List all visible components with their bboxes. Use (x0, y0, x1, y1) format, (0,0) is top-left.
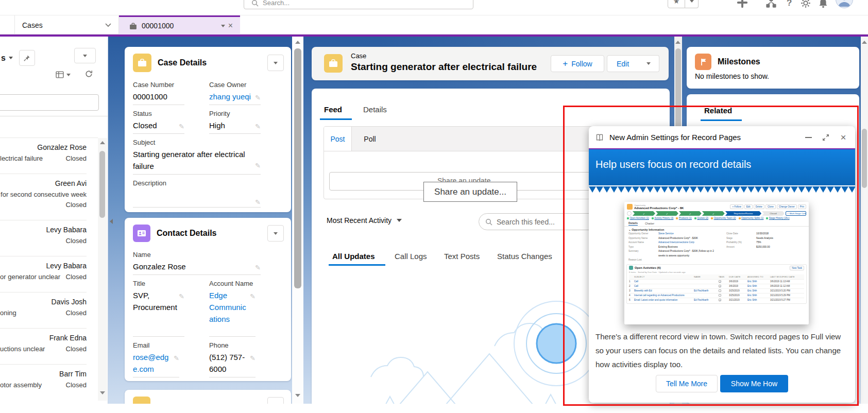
tab-poll[interactable]: Poll (352, 127, 388, 151)
edit-icon[interactable]: ✎ (255, 262, 261, 273)
add-button[interactable] (737, 0, 748, 8)
tab-close-icon[interactable]: × (228, 21, 233, 30)
edit-dropdown-button[interactable] (638, 55, 659, 72)
edit-icon[interactable]: ✎ (179, 121, 184, 132)
tell-me-more-button[interactable]: Tell Me More (656, 375, 718, 392)
list-item[interactable]: Levy Babara or generator unclearClosed (0, 256, 87, 292)
user-avatar[interactable] (836, 0, 853, 8)
tab-post[interactable]: Post (324, 127, 352, 151)
list-item[interactable]: Gonzalez Rose lectrical failureClosed (0, 138, 87, 174)
panel-collapse-arrow[interactable] (110, 219, 113, 224)
case-icon (133, 54, 151, 72)
tab-bar: Cases 00001000 × (0, 15, 868, 35)
global-search-input[interactable]: Search... (244, 0, 473, 9)
list-scrollbar[interactable] (98, 138, 107, 401)
salesforce-case-page: Search... ★ ? Cases (0, 0, 868, 413)
feed-sort-button[interactable]: Most Recent Activity (327, 216, 402, 225)
settings-button[interactable] (801, 0, 811, 8)
scroll-down-icon[interactable] (100, 391, 105, 394)
show-me-how-button[interactable]: Show Me How (720, 375, 788, 392)
list-item[interactable]: Frank Edna uctions unclearClosed (0, 329, 87, 365)
filter-status-changes[interactable]: Status Changes (497, 252, 552, 261)
minimize-button[interactable] (803, 132, 814, 143)
minimize-icon (805, 137, 812, 138)
card-menu-button[interactable] (267, 225, 284, 242)
admin-settings-popup: New Admin Settings for Record Pages × He… (589, 126, 855, 403)
case-list-panel: s Gonzalez Rose lectrical failureCl (0, 37, 108, 404)
edit-icon[interactable]: ✎ (250, 352, 256, 364)
popup-banner: Help users focus on record details (589, 149, 855, 185)
field-subject: Subject Starting generator after electri… (133, 134, 261, 175)
tab-related[interactable]: Related (704, 106, 732, 115)
edit-icon[interactable]: ✎ (250, 290, 256, 302)
edit-icon[interactable]: ✎ (174, 352, 179, 364)
mini-tabs: Details Chatter (624, 220, 809, 227)
active-tab-underline (701, 119, 742, 121)
help-button[interactable]: ? (787, 0, 792, 8)
filter-all-updates[interactable]: All Updates (332, 252, 375, 261)
tab-chevron-icon[interactable] (221, 25, 225, 27)
refresh-button[interactable] (84, 70, 93, 80)
popup-buttons: Tell Me More Show Me How (589, 375, 855, 392)
scrollbar-thumb[interactable] (99, 151, 105, 218)
bottom-band (0, 404, 868, 413)
follow-button[interactable]: + Follow (551, 55, 604, 72)
edit-icon[interactable]: ✎ (255, 196, 261, 208)
window-scrollbar[interactable] (861, 37, 868, 404)
display-toggle-button[interactable] (56, 71, 71, 79)
item-subject: for second consecutive week (1, 190, 87, 200)
list-search-input[interactable] (0, 94, 99, 111)
next-card-partial (125, 390, 291, 404)
table-icon (56, 71, 64, 79)
tab-case-00001000[interactable]: 00001000 × (119, 15, 240, 35)
scroll-down-icon[interactable] (295, 394, 300, 397)
field-account: Account Name Edge Communications✎ (209, 275, 261, 337)
item-name: Levy Babara (0, 225, 87, 235)
contact-details-card: Contact Details Name Gonzalez Rose✎ Titl… (125, 218, 291, 381)
scroll-up-icon[interactable] (862, 41, 867, 44)
close-icon[interactable]: × (838, 132, 849, 143)
tab-feed[interactable]: Feed (324, 105, 342, 114)
filter-text-posts[interactable]: Text Posts (444, 252, 480, 261)
card-menu-button[interactable] (267, 55, 284, 71)
tab-cases[interactable]: Cases (14, 15, 119, 35)
tab-details[interactable]: Details (363, 105, 387, 114)
favorites-expand-button[interactable] (685, 0, 699, 8)
edit-icon[interactable]: ✎ (255, 121, 261, 132)
list-item[interactable]: Green Avi for second consecutive weekClo… (0, 174, 87, 220)
bell-icon (818, 0, 828, 8)
edit-icon[interactable]: ✎ (255, 92, 261, 104)
case-owner-link[interactable]: zhang yueqi (209, 92, 251, 101)
scroll-up-icon[interactable] (295, 41, 300, 44)
edit-button[interactable]: Edit (607, 55, 639, 72)
scroll-up-icon[interactable] (100, 141, 105, 144)
scrollbar-thumb[interactable] (294, 48, 301, 288)
favorites-button[interactable]: ★ (668, 0, 699, 8)
list-item[interactable]: Levy Babara Closed (0, 220, 87, 256)
field-email: Email rose@edge.com✎ (133, 337, 184, 377)
edit-icon[interactable]: ✎ (179, 290, 184, 302)
expand-button[interactable] (820, 132, 831, 143)
edit-icon[interactable]: ✎ (255, 160, 261, 171)
setup-launcher-button[interactable] (765, 0, 777, 8)
mini-related-links: Open Activities (1) Activity History (3)… (624, 216, 809, 220)
email-link[interactable]: rose@edge.com (133, 353, 168, 373)
pin-button[interactable] (19, 50, 35, 66)
star-icon[interactable]: ★ (668, 0, 685, 8)
list-view-selector[interactable]: s (1, 50, 35, 66)
card-menu-button[interactable] (267, 397, 284, 404)
scroll-up-icon[interactable] (675, 41, 680, 44)
scrollbar-thumb[interactable] (862, 129, 867, 188)
filter-call-logs[interactable]: Call Logs (395, 252, 427, 261)
field-name: Name Gonzalez Rose✎ (133, 246, 261, 275)
center-scrollbar[interactable] (292, 37, 303, 404)
item-status: Closed (66, 308, 87, 318)
notifications-button[interactable] (818, 0, 828, 8)
list-item[interactable]: Davis Josh oningClosed (0, 292, 87, 329)
account-link[interactable]: Edge Communications (209, 291, 246, 323)
chevron-down-icon[interactable] (105, 23, 111, 27)
mini-table-header: SUBJECT NAME TASK DUE DATE ASSIGNED TO L… (629, 274, 804, 279)
list-item[interactable]: Barr Tim otor assemblyClosed (0, 365, 87, 401)
popup-header[interactable]: New Admin Settings for Record Pages × (589, 126, 855, 148)
list-actions-button[interactable] (74, 48, 96, 63)
